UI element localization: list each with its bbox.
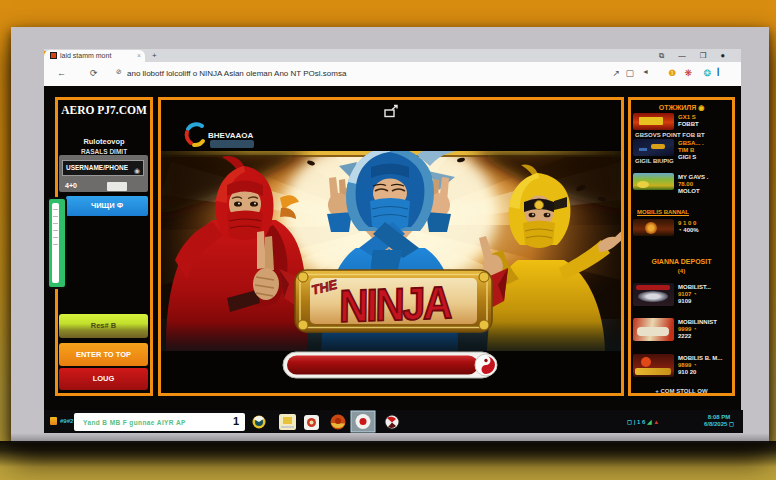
svg-text:BHEVAAOA: BHEVAAOA — [208, 131, 253, 140]
svg-text:NINJA: NINJA — [339, 277, 453, 332]
